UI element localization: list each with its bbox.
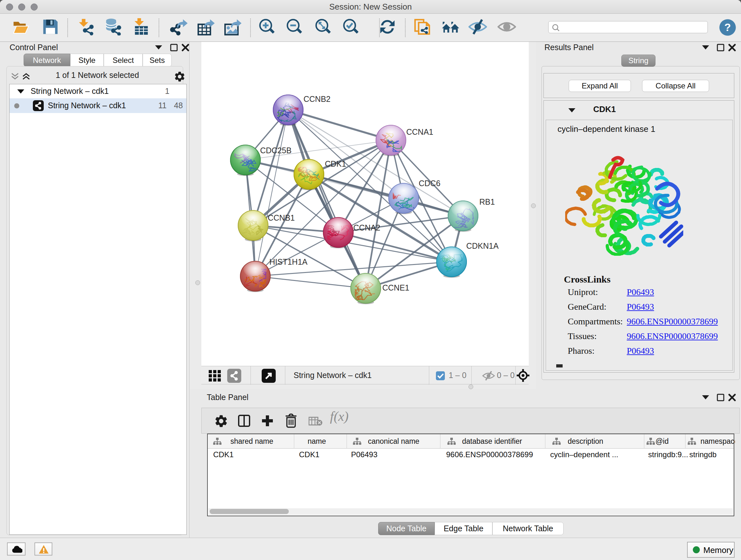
svg-text:RB1: RB1 [479, 197, 495, 206]
svg-text:CCNA2: CCNA2 [353, 223, 381, 232]
svg-text:HIST1H1A: HIST1H1A [269, 257, 308, 266]
svg-text:CDK1: CDK1 [325, 159, 346, 168]
svg-text:CDC25B: CDC25B [260, 146, 292, 155]
svg-text:CCNB2: CCNB2 [304, 95, 331, 104]
svg-text:CDKN1A: CDKN1A [466, 241, 499, 250]
svg-text:CDC6: CDC6 [419, 179, 441, 188]
svg-text:?: ? [724, 21, 731, 33]
svg-text:CCNB1: CCNB1 [268, 213, 295, 222]
svg-text:CCNE1: CCNE1 [382, 283, 409, 292]
svg-text:CCNA1: CCNA1 [406, 127, 433, 136]
